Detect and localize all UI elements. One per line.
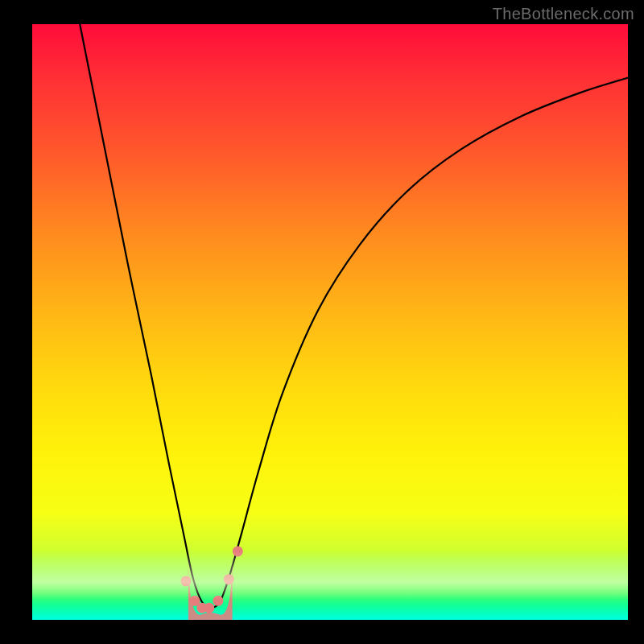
valley-dot <box>224 574 234 584</box>
plot-area <box>32 24 628 620</box>
valley-dot <box>190 596 200 606</box>
bottleneck-curve <box>80 24 628 608</box>
valley-dot <box>204 603 214 613</box>
valley-dot <box>213 596 223 606</box>
watermark-text: TheBottleneck.com <box>493 5 634 23</box>
curve-svg <box>32 24 628 620</box>
valley-dot <box>233 546 243 556</box>
valley-fill <box>188 564 233 620</box>
valley-dot <box>196 603 207 613</box>
valley-dot <box>180 576 191 586</box>
chart-frame: TheBottleneck.com <box>0 0 644 644</box>
